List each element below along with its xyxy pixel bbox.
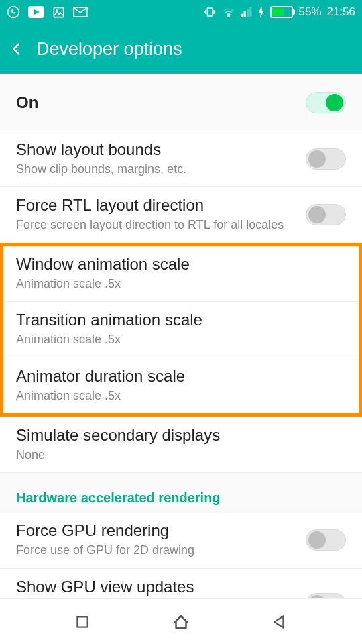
image-icon (52, 6, 65, 19)
setting-subtitle: Animation scale .5x (16, 332, 284, 347)
setting-title: Force RTL layout direction (16, 196, 306, 215)
setting-subtitle: Animation scale .5x (16, 388, 284, 404)
content-scroll[interactable]: On Show layout bounds Show clip bounds, … (0, 74, 362, 598)
svg-rect-10 (250, 7, 252, 17)
setting-subtitle: Show clip bounds, margins, etc. (16, 162, 284, 177)
youtube-icon (28, 6, 44, 18)
back-nav-button[interactable] (271, 613, 288, 631)
svg-rect-11 (77, 616, 87, 627)
battery-icon (270, 6, 293, 18)
back-button[interactable] (9, 42, 36, 56)
svg-rect-9 (247, 9, 249, 17)
clock: 21:56 (326, 5, 355, 19)
row-simulate-secondary-displays[interactable]: Simulate secondary displays None (0, 417, 362, 473)
setting-title: Force GPU rendering (16, 521, 306, 540)
page-title: Developer options (36, 39, 182, 60)
switch-force-gpu[interactable] (306, 529, 346, 551)
home-button[interactable] (171, 612, 191, 632)
status-bar: 55% 21:56 (0, 0, 362, 24)
row-force-gpu-rendering[interactable]: Force GPU rendering Force use of GPU for… (0, 513, 362, 568)
wifi-icon (222, 7, 235, 17)
charging-icon (258, 6, 265, 18)
app-bar: Developer options (0, 24, 362, 74)
svg-point-0 (8, 7, 19, 18)
setting-title: Show GPU view updates (16, 578, 306, 596)
switch-layout-bounds[interactable] (306, 148, 346, 170)
recent-apps-button[interactable] (74, 613, 91, 631)
battery-percent: 55% (298, 5, 321, 19)
row-show-gpu-view-updates[interactable]: Show GPU view updates Flash views inside… (0, 569, 362, 598)
setting-subtitle: None (16, 447, 284, 463)
switch-force-rtl[interactable] (306, 204, 346, 225)
setting-subtitle: Force use of GPU for 2D drawing (16, 543, 284, 558)
master-toggle-label: On (16, 93, 306, 112)
master-toggle-row[interactable]: On (0, 74, 362, 131)
gmail-icon (73, 7, 88, 17)
svg-rect-7 (241, 14, 243, 17)
row-force-rtl[interactable]: Force RTL layout direction Force screen … (0, 187, 362, 243)
setting-title: Transition animation scale (16, 311, 346, 329)
section-header-hardware: Hardware accelerated rendering (0, 473, 362, 513)
row-transition-animation-scale[interactable]: Transition animation scale Animation sca… (3, 302, 359, 358)
svg-point-3 (56, 9, 58, 11)
svg-rect-2 (54, 7, 63, 17)
row-show-layout-bounds[interactable]: Show layout bounds Show clip bounds, mar… (0, 131, 362, 187)
signal-icon (241, 7, 253, 17)
highlighted-group: Window animation scale Animation scale .… (0, 243, 362, 417)
row-animator-duration-scale[interactable]: Animator duration scale Animation scale … (3, 358, 359, 413)
master-toggle-switch[interactable] (306, 92, 346, 113)
setting-title: Animator duration scale (16, 367, 346, 386)
setting-subtitle: Animation scale .5x (16, 276, 284, 292)
setting-title: Simulate secondary displays (16, 426, 346, 445)
vibrate-icon (203, 6, 217, 18)
setting-title: Show layout bounds (16, 140, 306, 159)
row-window-animation-scale[interactable]: Window animation scale Animation scale .… (3, 246, 359, 302)
svg-point-6 (228, 15, 229, 17)
setting-subtitle: Force screen layout direction to RTL for… (16, 217, 284, 233)
switch-gpu-updates[interactable] (306, 593, 346, 598)
whatsapp-icon (7, 5, 20, 19)
svg-rect-8 (244, 11, 246, 17)
setting-title: Window animation scale (16, 255, 346, 274)
navigation-bar (0, 598, 362, 644)
svg-rect-5 (208, 8, 213, 16)
